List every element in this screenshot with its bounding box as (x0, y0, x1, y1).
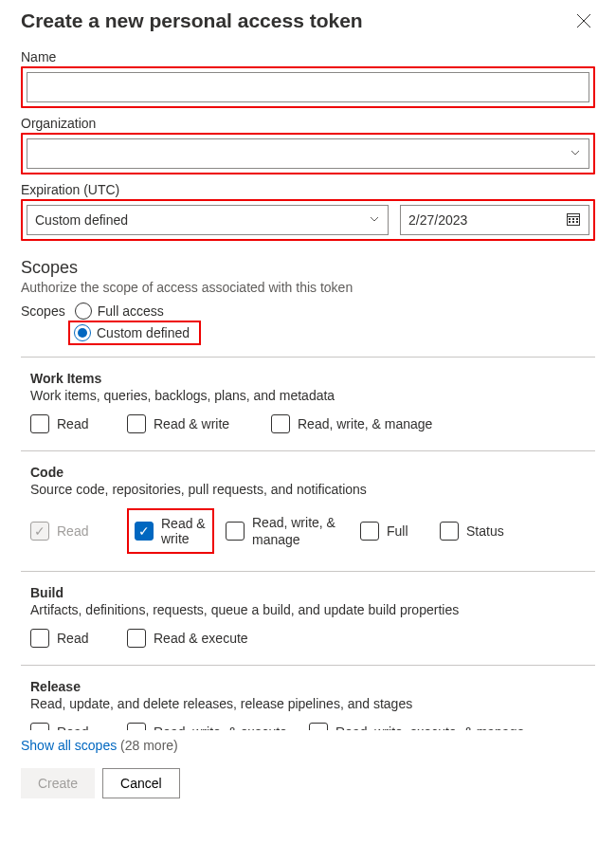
checkbox-work-items-read-write[interactable] (127, 414, 146, 433)
close-button[interactable] (572, 9, 595, 32)
perm-code-full: Full (360, 522, 428, 541)
section-work-items-desc: Work items, queries, backlogs, plans, an… (30, 388, 595, 403)
checkbox-code-full[interactable] (360, 522, 379, 541)
action-buttons: Create Cancel (21, 768, 595, 798)
radio-full-access[interactable] (75, 303, 92, 320)
checkbox-code-read-write-manage[interactable] (226, 522, 245, 541)
expiration-select-value: Custom defined (35, 212, 128, 228)
section-work-items: Work Items Work items, queries, backlogs… (21, 357, 595, 450)
expiration-label: Expiration (UTC) (21, 182, 595, 197)
chevron-down-icon (570, 146, 581, 161)
section-code: Code Source code, repositories, pull req… (21, 450, 595, 571)
show-all-scopes: Show all scopes (28 more) (21, 738, 595, 753)
radio-custom-highlight: Custom defined (68, 321, 201, 345)
close-icon (576, 13, 591, 28)
name-label: Name (21, 49, 595, 64)
radio-full-access-label: Full access (98, 303, 164, 319)
org-field: Organization (21, 116, 595, 174)
scopes-sub: Authorize the scope of access associated… (21, 280, 595, 295)
panel-header: Create a new personal access token (21, 9, 595, 32)
show-all-count: (28 more) (120, 738, 178, 753)
checkbox-build-read-execute[interactable] (127, 629, 146, 648)
perm-code-read-write-manage: Read, write, & manage (226, 514, 349, 548)
section-code-title: Code (30, 465, 595, 480)
name-highlight (21, 66, 595, 108)
name-input[interactable] (27, 72, 589, 102)
pat-create-panel: Create a new personal access token Name … (0, 0, 616, 819)
svg-rect-7 (572, 221, 574, 223)
perm-code-read-write-highlight: ✓ Read & write (127, 508, 214, 554)
svg-rect-5 (576, 218, 578, 220)
scopes-radio-group: Scopes Full access Custom defined (21, 303, 595, 345)
checkbox-code-status[interactable] (440, 522, 459, 541)
org-highlight (21, 133, 595, 174)
perm-release-rwem: Read, write, execute, & manage (309, 723, 527, 730)
scopes-heading: Scopes (21, 258, 595, 278)
checkbox-work-items-read[interactable] (30, 414, 49, 433)
svg-rect-6 (569, 221, 571, 223)
chevron-down-icon (369, 212, 380, 228)
perm-release-read: Read (30, 723, 116, 730)
perm-build-read-execute: Read & execute (127, 629, 260, 648)
perm-work-items-read: Read (30, 414, 116, 433)
perm-code-status: Status (440, 522, 508, 541)
checkbox-release-read[interactable] (30, 723, 49, 730)
checkbox-code-read: ✓ (30, 522, 49, 541)
org-select[interactable] (27, 138, 589, 169)
expiration-field: Expiration (UTC) Custom defined 2/27/202… (21, 182, 595, 241)
cancel-button[interactable]: Cancel (102, 768, 180, 798)
svg-rect-3 (569, 218, 571, 220)
expiration-date-input[interactable]: 2/27/2023 (400, 205, 589, 235)
perm-work-items-read-write-manage: Read, write, & manage (271, 414, 432, 433)
expiration-select[interactable]: Custom defined (27, 205, 389, 235)
calendar-icon (566, 211, 581, 229)
svg-rect-4 (572, 218, 574, 220)
section-code-desc: Source code, repositories, pull requests… (30, 482, 595, 497)
org-label: Organization (21, 116, 595, 131)
section-build-desc: Artifacts, definitions, requests, queue … (30, 602, 595, 617)
svg-rect-8 (576, 221, 578, 223)
checkbox-code-read-write[interactable]: ✓ (135, 522, 154, 541)
radio-custom-defined-label: Custom defined (97, 325, 190, 340)
perm-work-items-read-write: Read & write (127, 414, 260, 433)
checkbox-build-read[interactable] (30, 629, 49, 648)
scopes-scroll-area[interactable]: Work Items Work items, queries, backlogs… (21, 357, 595, 730)
scopes-heading-block: Scopes Authorize the scope of access ass… (21, 258, 595, 345)
section-release-title: Release (30, 679, 595, 694)
show-all-link[interactable]: Show all scopes (21, 738, 117, 753)
create-button[interactable]: Create (21, 768, 95, 798)
perm-code-read: ✓ Read (30, 522, 116, 541)
check-icon: ✓ (138, 524, 150, 538)
expiration-highlight: Custom defined 2/27/2023 (21, 199, 595, 241)
check-icon: ✓ (34, 524, 45, 538)
radio-custom-defined[interactable] (74, 324, 91, 341)
section-work-items-title: Work Items (30, 371, 595, 386)
checkbox-release-rwem[interactable] (309, 723, 328, 730)
checkbox-work-items-read-write-manage[interactable] (271, 414, 290, 433)
perm-release-rwe: Read, write, & execute (127, 723, 298, 730)
name-field: Name (21, 49, 595, 108)
checkbox-release-rwe[interactable] (127, 723, 146, 730)
perm-build-read: Read (30, 629, 116, 648)
expiration-date-value: 2/27/2023 (408, 212, 467, 228)
section-release-desc: Read, update, and delete releases, relea… (30, 696, 595, 711)
section-build: Build Artifacts, definitions, requests, … (21, 571, 595, 665)
section-release: Release Read, update, and delete release… (21, 665, 595, 730)
section-build-title: Build (30, 585, 595, 600)
scopes-group-label: Scopes (21, 303, 65, 319)
panel-title: Create a new personal access token (21, 9, 363, 32)
